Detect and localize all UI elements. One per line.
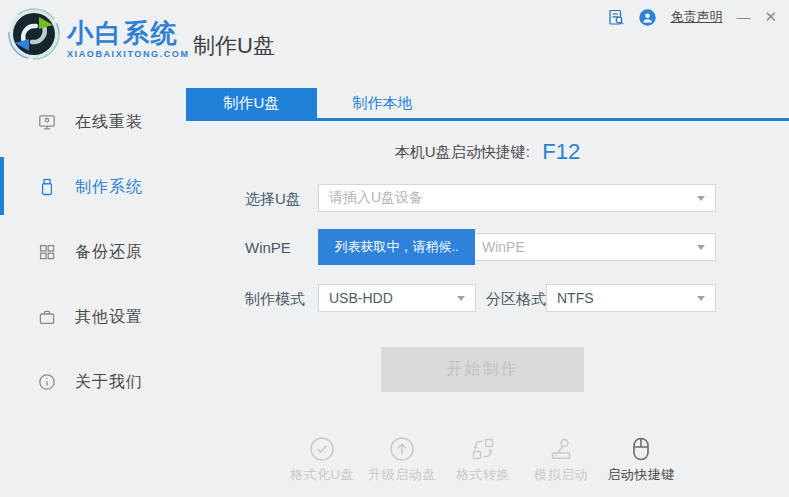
select-udisk-label: 选择U盘 bbox=[245, 190, 301, 209]
sidebar-item-about-us[interactable]: 关于我们 bbox=[0, 370, 186, 394]
start-make-button[interactable]: 开始制作 bbox=[381, 347, 584, 392]
chevron-down-icon bbox=[697, 245, 705, 250]
boot-hotkey-value: F12 bbox=[542, 139, 580, 164]
brand-domain: XIAOBAIXITONG.COM bbox=[67, 49, 190, 59]
udisk-select[interactable]: 请插入U盘设备 bbox=[318, 184, 716, 212]
usb-drive-icon bbox=[38, 178, 56, 196]
joystick-icon bbox=[548, 436, 574, 462]
partition-format-label: 分区格式 bbox=[486, 290, 546, 309]
partition-format-value: NTFS bbox=[557, 290, 594, 306]
tool-format-convert[interactable]: 格式转换 bbox=[441, 436, 525, 484]
tab-bar: 制作U盘 制作本地 bbox=[186, 88, 789, 121]
tab-make-local[interactable]: 制作本地 bbox=[317, 88, 448, 118]
tool-label: 格式化U盘 bbox=[290, 466, 354, 484]
chevron-down-icon bbox=[457, 296, 465, 301]
tool-upgrade-bootdisk[interactable]: 升级启动盘 bbox=[360, 436, 444, 484]
tool-boot-hotkey[interactable]: 启动快捷键 bbox=[599, 436, 683, 484]
brand-text: 小白系统 XIAOBAIXITONG.COM bbox=[67, 19, 190, 59]
sidebar-item-label: 在线重装 bbox=[75, 112, 143, 133]
tool-format-udisk[interactable]: 格式化U盘 bbox=[280, 436, 364, 484]
arrow-up-circle-icon bbox=[389, 436, 415, 462]
udisk-placeholder: 请插入U盘设备 bbox=[329, 189, 423, 207]
grid-icon bbox=[38, 243, 56, 261]
info-icon bbox=[38, 373, 56, 391]
sidebar-item-label: 制作系统 bbox=[75, 177, 143, 198]
sidebar-item-label: 其他设置 bbox=[75, 307, 143, 328]
close-button[interactable]: ✕ bbox=[764, 6, 777, 28]
chevron-down-icon bbox=[697, 196, 705, 201]
tab-make-usb[interactable]: 制作U盘 bbox=[186, 88, 317, 118]
make-mode-value: USB-HDD bbox=[329, 290, 393, 306]
make-mode-label: 制作模式 bbox=[245, 290, 305, 309]
winpe-label: WinPE bbox=[245, 239, 291, 256]
tool-label: 升级启动盘 bbox=[368, 466, 436, 484]
winpe-loading-tooltip: 列表获取中，请稍候.. bbox=[318, 229, 475, 265]
sidebar-item-backup-restore[interactable]: 备份还原 bbox=[0, 240, 186, 264]
tool-label: 格式转换 bbox=[456, 466, 510, 484]
sidebar-item-label: 关于我们 bbox=[75, 372, 143, 393]
disclaimer-link[interactable]: 免责声明 bbox=[670, 8, 722, 26]
partition-format-select[interactable]: NTFS bbox=[546, 284, 716, 312]
sidebar-item-online-reinstall[interactable]: 在线重装 bbox=[0, 110, 186, 134]
tool-label: 启动快捷键 bbox=[607, 466, 675, 484]
titlebar-controls: 免责声明 — ✕ bbox=[608, 6, 777, 28]
winpe-value: WinPE bbox=[482, 239, 525, 255]
tool-simulate-boot[interactable]: 模拟启动 bbox=[519, 436, 603, 484]
sidebar-item-label: 备份还原 bbox=[75, 242, 143, 263]
app-window: 小白系统 XIAOBAIXITONG.COM 制作U盘 免责声明 — ✕ bbox=[0, 0, 789, 497]
briefcase-icon bbox=[38, 308, 56, 326]
tab-underline bbox=[186, 118, 789, 121]
minimize-button[interactable]: — bbox=[736, 6, 750, 28]
brand-logo-icon bbox=[8, 8, 60, 60]
page-title: 制作U盘 bbox=[193, 31, 275, 61]
mouse-icon bbox=[628, 436, 654, 462]
make-mode-select[interactable]: USB-HDD bbox=[318, 284, 476, 312]
check-circle-icon bbox=[309, 436, 335, 462]
boot-hotkey-label: 本机U盘启动快捷键: bbox=[395, 143, 530, 160]
boot-hotkey-line: 本机U盘启动快捷键: F12 bbox=[186, 139, 789, 165]
sidebar-item-make-system[interactable]: 制作系统 bbox=[0, 175, 186, 199]
license-doc-icon[interactable] bbox=[608, 9, 625, 26]
convert-icon bbox=[470, 436, 496, 462]
sidebar-item-other-settings[interactable]: 其他设置 bbox=[0, 305, 186, 329]
chevron-down-icon bbox=[697, 296, 705, 301]
brand-name: 小白系统 bbox=[67, 19, 190, 47]
monitor-icon bbox=[38, 113, 56, 131]
tool-label: 模拟启动 bbox=[534, 466, 588, 484]
customer-service-icon[interactable] bbox=[639, 9, 656, 26]
